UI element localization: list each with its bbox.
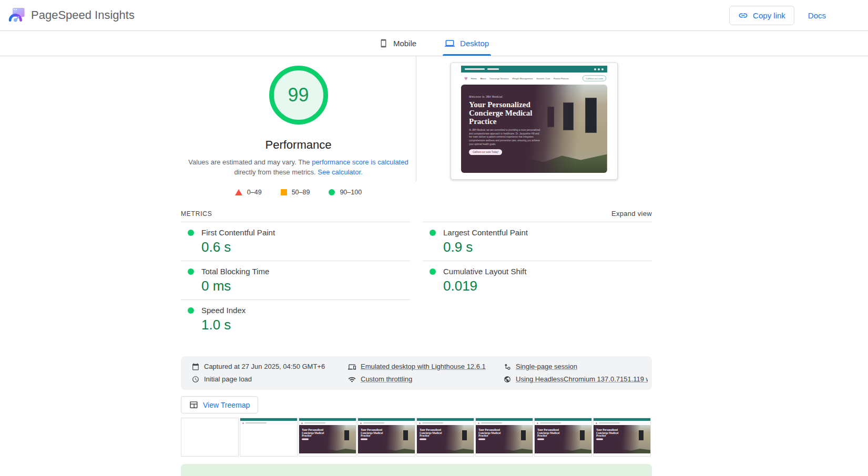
app-header: PageSpeed Insights Copy link Docs bbox=[0, 0, 868, 31]
site-nav-item: Home bbox=[471, 77, 476, 80]
site-hero: Welcome to JBH Medical Your Personalized… bbox=[461, 85, 607, 173]
metric-value: 0.6 s bbox=[201, 239, 410, 255]
score-legend: 0–49 50–89 90–100 bbox=[181, 189, 416, 196]
column-divider bbox=[416, 56, 416, 181]
treemap-icon bbox=[189, 400, 198, 409]
docs-link[interactable]: Docs bbox=[808, 11, 826, 20]
fail-triangle-icon bbox=[235, 189, 242, 195]
metric-fcp: First Contentful Paint 0.6 s bbox=[181, 222, 410, 261]
tab-mobile[interactable]: Mobile bbox=[377, 31, 418, 56]
emulation-link[interactable]: Emulated desktop with Lighthouse 12.6.1 bbox=[361, 363, 486, 371]
legend-item-fail: 0–49 bbox=[235, 189, 262, 196]
devices-icon bbox=[348, 363, 356, 371]
throttling-icon bbox=[348, 376, 356, 384]
site-nav-item: Geriatric Care bbox=[536, 77, 549, 80]
see-calculator-link[interactable]: See calculator. bbox=[318, 168, 362, 176]
preview-column: ♥ Home About Concierge Services Weight M… bbox=[416, 63, 652, 196]
tab-desktop[interactable]: Desktop bbox=[443, 31, 491, 56]
report-container: 99 Performance Values are estimated and … bbox=[181, 56, 652, 476]
capture-info-bar: Captured at 27 Jun 2025, 04:50 GMT+6 Emu… bbox=[181, 356, 652, 390]
device-tabbar: Mobile Desktop bbox=[0, 31, 868, 56]
pagespeed-logo-icon bbox=[8, 8, 25, 23]
metric-name: Largest Contentful Paint bbox=[443, 228, 528, 237]
performance-calc-link[interactable]: performance score is calculated bbox=[312, 158, 409, 166]
legend-item-pass: 90–100 bbox=[329, 189, 362, 196]
chromium-link[interactable]: Using HeadlessChromium 137.0.7151.119 wi… bbox=[516, 375, 648, 384]
legend-label: 0–49 bbox=[247, 189, 262, 196]
session-icon bbox=[504, 363, 511, 370]
metrics-header: METRICS Expand view bbox=[181, 210, 652, 218]
metric-name: First Contentful Paint bbox=[201, 228, 275, 237]
metric-name: Speed Index bbox=[201, 306, 246, 315]
site-topbar bbox=[461, 66, 607, 73]
tab-mobile-label: Mobile bbox=[393, 39, 416, 48]
metric-si: Speed Index 1.0 s bbox=[181, 299, 410, 338]
legend-label: 50–89 bbox=[292, 189, 310, 196]
filmstrip-frame: Your Personalized Concierge Medical Prac… bbox=[299, 418, 356, 457]
metric-cls: Cumulative Layout Shift 0.019 bbox=[423, 261, 652, 299]
metric-value: 0.9 s bbox=[443, 239, 652, 255]
active-tab-indicator bbox=[443, 54, 491, 56]
copy-link-button[interactable]: Copy link bbox=[729, 6, 794, 25]
site-hero-headline: Your Personalized Concierge Medical Prac… bbox=[469, 100, 545, 126]
link-icon bbox=[738, 11, 748, 20]
metric-name: Cumulative Layout Shift bbox=[443, 267, 526, 276]
pass-dot-icon bbox=[430, 268, 436, 275]
captured-at-text: Captured at 27 Jun 2025, 04:50 GMT+6 bbox=[204, 363, 325, 371]
metric-tbt: Total Blocking Time 0 ms bbox=[181, 261, 410, 299]
pass-dot-icon bbox=[188, 230, 194, 236]
globe-icon bbox=[504, 376, 511, 383]
metric-value: 0.019 bbox=[443, 278, 652, 294]
clock-icon bbox=[192, 376, 199, 383]
disclaimer-text: directly from these metrics. bbox=[234, 168, 318, 176]
throttling-link[interactable]: Custom throttling bbox=[361, 375, 412, 384]
session-link[interactable]: Single-page session bbox=[516, 363, 577, 371]
performance-score: 99 bbox=[288, 84, 309, 106]
score-column: 99 Performance Values are estimated and … bbox=[181, 63, 416, 196]
laptop-icon bbox=[445, 38, 455, 48]
view-treemap-label: View Treemap bbox=[203, 401, 250, 409]
captured-at: Captured at 27 Jun 2025, 04:50 GMT+6 bbox=[192, 363, 348, 371]
legend-item-average: 50–89 bbox=[281, 189, 310, 196]
metrics-grid: First Contentful Paint 0.6 s Largest Con… bbox=[181, 222, 652, 338]
pass-dot-icon bbox=[188, 307, 194, 314]
filmstrip-frame: Your Personalized Concierge Medical Prac… bbox=[475, 418, 533, 457]
site-nav-item: About bbox=[480, 77, 486, 80]
initial-page-load: Initial page load bbox=[192, 375, 348, 384]
metric-lcp: Largest Contentful Paint 0.9 s bbox=[423, 222, 652, 261]
score-disclaimer: Values are estimated and may vary. The p… bbox=[181, 157, 416, 177]
metric-value: 0 ms bbox=[201, 278, 410, 294]
insights-section-header bbox=[181, 464, 652, 476]
metric-name: Total Blocking Time bbox=[201, 267, 269, 276]
initial-load-text: Initial page load bbox=[204, 375, 252, 384]
expand-view-link[interactable]: Expand view bbox=[611, 210, 652, 218]
score-category-label: Performance bbox=[181, 138, 416, 152]
site-navbar: ♥ Home About Concierge Services Weight M… bbox=[461, 73, 607, 84]
chromium-info: Using HeadlessChromium 137.0.7151.119 wi… bbox=[504, 375, 648, 384]
filmstrip-frame-blank bbox=[181, 418, 239, 457]
site-screenshot-thumbnail: ♥ Home About Concierge Services Weight M… bbox=[451, 63, 618, 180]
performance-gauge: 99 bbox=[269, 66, 328, 125]
site-nav-item: Patient Policies bbox=[553, 77, 568, 80]
site-nav-item: Weight Management bbox=[512, 77, 533, 80]
throttling-info: Custom throttling bbox=[348, 375, 504, 384]
metrics-heading: METRICS bbox=[181, 210, 212, 218]
filmstrip-frame: Your Personalized Concierge Medical Prac… bbox=[534, 418, 592, 457]
site-hero-body: At JBH Medical, we are committed to prov… bbox=[469, 128, 543, 146]
filmstrip-frame: Your Personalized Concierge Medical Prac… bbox=[416, 418, 474, 457]
site-nav-item: Concierge Services bbox=[489, 77, 508, 80]
emulation-info: Emulated desktop with Lighthouse 12.6.1 bbox=[348, 363, 504, 371]
tab-desktop-label: Desktop bbox=[460, 39, 489, 48]
filmstrip-frame: Your Personalized Concierge Medical Prac… bbox=[358, 418, 415, 457]
score-section: 99 Performance Values are estimated and … bbox=[181, 56, 652, 196]
site-hero-cta: Call/text our suite Today! bbox=[469, 149, 502, 155]
copy-link-label: Copy link bbox=[753, 11, 785, 20]
phone-icon bbox=[379, 39, 388, 48]
loading-filmstrip: Your Personalized Concierge Medical Prac… bbox=[181, 418, 652, 457]
site-nav-button: Call/text our suite bbox=[583, 76, 606, 81]
calendar-icon bbox=[192, 363, 199, 370]
view-treemap-button[interactable]: View Treemap bbox=[181, 396, 258, 413]
disclaimer-text: Values are estimated and may vary. The bbox=[188, 158, 312, 166]
site-nav-menu: Home About Concierge Services Weight Man… bbox=[471, 77, 568, 80]
session-info: Single-page session bbox=[504, 363, 648, 371]
